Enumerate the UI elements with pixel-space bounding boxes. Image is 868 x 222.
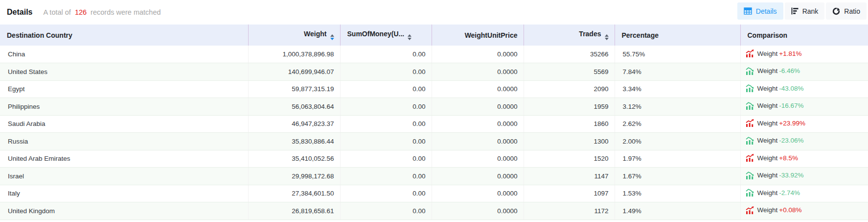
view-switch-label: Rank — [802, 7, 819, 15]
column-label: Weight — [304, 30, 326, 38]
cell-weight-unit-price: 0.0000 — [432, 150, 524, 168]
cell-percentage: 3.34% — [615, 80, 740, 98]
cell-comparison: Weight+1.81% — [740, 46, 868, 63]
table-row: Saudi Arabia46,947,823.370.000.000018602… — [0, 115, 868, 133]
cell-weight-unit-price: 0.0000 — [432, 98, 524, 116]
comparison-metric-label: Weight — [757, 85, 778, 92]
cell-percentage: 7.84% — [615, 63, 740, 81]
comparison-value: -16.67% — [779, 102, 803, 109]
column-header-sum-of-money[interactable]: SumOfMoney(U... — [340, 25, 432, 46]
comparison-metric-label: Weight — [757, 154, 778, 162]
column-header-destination-country: Destination Country — [0, 25, 248, 46]
cell-sum-of-money: 0.00 — [340, 80, 432, 98]
table-row: China1,000,378,896.980.000.00003526655.7… — [0, 46, 868, 63]
column-label: Destination Country — [7, 31, 72, 39]
cell-sum-of-money: 0.00 — [340, 46, 432, 63]
cell-sum-of-money: 0.00 — [340, 133, 432, 150]
cell-weight-unit-price: 0.0000 — [432, 168, 524, 185]
cell-destination-country: United Arab Emirates — [0, 150, 248, 168]
trend-down-icon — [746, 172, 757, 179]
cell-percentage: 2.00% — [615, 133, 740, 150]
comparison-metric-label: Weight — [757, 102, 778, 109]
cell-destination-country: United Kingdom — [0, 202, 248, 220]
cell-trades: 5569 — [524, 63, 615, 81]
cell-destination-country: Italy — [0, 185, 248, 202]
cell-comparison: Weight-2.74% — [740, 185, 868, 202]
column-header-weight[interactable]: Weight — [248, 25, 340, 46]
trend-down-icon — [746, 102, 757, 110]
view-switch-label: Details — [756, 7, 777, 15]
cell-weight: 1,000,378,896.98 — [248, 46, 340, 63]
cell-weight: 35,410,052.56 — [248, 150, 340, 168]
comparison-value: -33.92% — [779, 172, 803, 179]
cell-destination-country: China — [0, 46, 248, 63]
cell-weight-unit-price: 0.0000 — [432, 80, 524, 98]
view-switch: DetailsRankRatio — [737, 2, 867, 20]
cell-weight: 29,998,172.68 — [248, 168, 340, 185]
sort-carets-icon[interactable] — [408, 34, 411, 40]
view-switch-rank-button[interactable]: Rank — [785, 2, 825, 20]
trend-down-icon — [746, 67, 757, 75]
comparison-value: +1.81% — [779, 50, 801, 57]
cell-percentage: 1.97% — [615, 150, 740, 168]
trend-up-icon — [746, 154, 757, 162]
comparison-metric-label: Weight — [757, 206, 778, 214]
cell-percentage: 2.62% — [615, 115, 740, 133]
comparison-metric-label: Weight — [757, 120, 778, 127]
cell-trades: 1860 — [524, 115, 615, 133]
comparison-metric-label: Weight — [757, 50, 778, 57]
cell-weight: 140,699,946.07 — [248, 63, 340, 81]
cell-weight-unit-price: 0.0000 — [432, 133, 524, 150]
record-summary: A total of 126 records were matched — [43, 8, 160, 16]
view-switch-ratio-button[interactable]: Ratio — [826, 2, 867, 20]
cell-destination-country: Russia — [0, 133, 248, 150]
cell-trades: 1959 — [524, 98, 615, 116]
cell-trades: 1147 — [524, 168, 615, 185]
cell-comparison: Weight-33.92% — [740, 168, 868, 185]
cell-weight: 26,819,658.61 — [248, 202, 340, 220]
comparison-value: +8.5% — [779, 154, 798, 162]
cell-trades: 1172 — [524, 202, 615, 220]
comparison-value: -2.74% — [779, 189, 800, 197]
cell-weight-unit-price: 0.0000 — [432, 46, 524, 63]
trend-down-icon — [746, 84, 757, 92]
cell-weight: 59,877,315.19 — [248, 80, 340, 98]
comparison-value: -23.06% — [779, 137, 803, 144]
table-row: Italy27,384,601.500.000.000010971.53%Wei… — [0, 185, 868, 202]
sort-carets-icon[interactable] — [605, 34, 609, 40]
column-label: WeightUnitPrice — [465, 31, 518, 39]
ratio-icon — [832, 7, 840, 15]
table-row: Israel29,998,172.680.000.000011471.67%We… — [0, 168, 868, 185]
cell-percentage: 3.12% — [615, 98, 740, 116]
table-row: United Arab Emirates35,410,052.560.000.0… — [0, 150, 868, 168]
sort-carets-icon[interactable] — [330, 34, 334, 40]
trend-down-icon — [746, 137, 757, 145]
table-row: Egypt59,877,315.190.000.000020903.34%Wei… — [0, 80, 868, 98]
cell-percentage: 55.75% — [615, 46, 740, 63]
trend-up-icon — [746, 119, 757, 127]
column-label: Percentage — [622, 31, 659, 39]
toolbar: Details A total of 126 records were matc… — [0, 0, 868, 25]
record-summary-prefix: A total of — [43, 8, 70, 16]
cell-weight: 35,830,886.44 — [248, 133, 340, 150]
column-label: Comparison — [748, 31, 788, 39]
cell-trades: 35266 — [524, 46, 615, 63]
view-switch-details-button[interactable]: Details — [737, 2, 783, 20]
comparison-metric-label: Weight — [757, 137, 778, 144]
cell-destination-country: Israel — [0, 168, 248, 185]
cell-destination-country: Egypt — [0, 80, 248, 98]
cell-percentage: 1.53% — [615, 185, 740, 202]
column-header-trades[interactable]: Trades — [524, 25, 615, 46]
cell-sum-of-money: 0.00 — [340, 98, 432, 116]
cell-comparison: Weight-43.08% — [740, 80, 868, 98]
cell-trades: 1520 — [524, 150, 615, 168]
cell-comparison: Weight-6.46% — [740, 63, 868, 81]
cell-weight-unit-price: 0.0000 — [432, 63, 524, 81]
rank-icon — [791, 7, 799, 15]
comparison-metric-label: Weight — [757, 172, 778, 179]
table-row: United Kingdom26,819,658.610.000.0000117… — [0, 202, 868, 220]
trend-up-icon — [746, 49, 757, 57]
cell-trades: 1097 — [524, 185, 615, 202]
cell-weight: 46,947,823.37 — [248, 115, 340, 133]
cell-comparison: Weight+0.08% — [740, 202, 868, 220]
